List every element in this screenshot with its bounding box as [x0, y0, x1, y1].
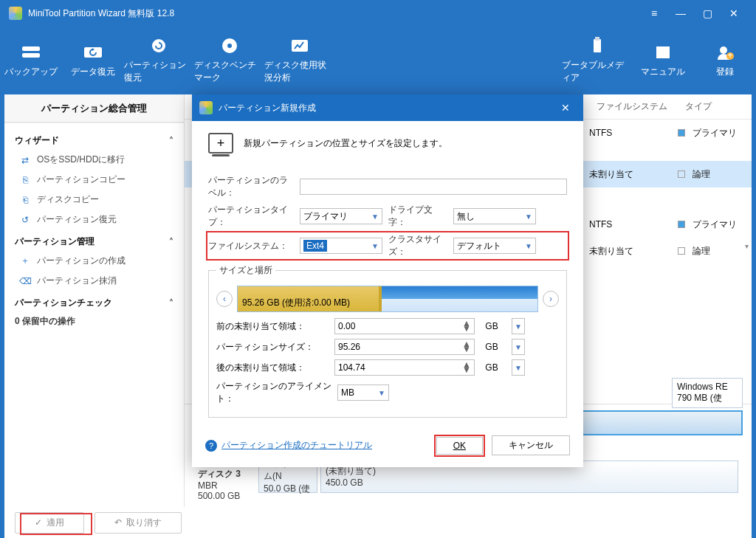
label-alignment: パーティションのアライメント： — [216, 380, 331, 405]
chevron-down-icon: ▼ — [378, 389, 385, 397]
label-filesystem: ファイルシステム： — [208, 240, 294, 252]
label-before: 前の未割り当て領域： — [216, 320, 334, 333]
size-input[interactable]: 95.26▲▼ — [334, 339, 475, 355]
unit-select[interactable]: ▼ — [512, 339, 525, 355]
dialog-title: パーティション新規作成 — [219, 102, 316, 114]
create-partition-dialog: パーティション新規作成 ✕ + 新規パーティションの位置とサイズを設定します。 … — [192, 94, 583, 467]
drive-letter-select[interactable]: 無し▼ — [453, 208, 536, 224]
dialog-titlebar: パーティション新規作成 ✕ — [192, 94, 583, 121]
label-drive-letter: ドライブ文字： — [388, 204, 447, 229]
group-size-location: サイズと場所 — [216, 264, 275, 277]
slider-next-button[interactable]: › — [543, 291, 559, 307]
unit-select[interactable]: ▼ — [512, 359, 525, 376]
partition-icon: + — [208, 133, 233, 154]
chevron-down-icon: ▼ — [525, 242, 532, 250]
help-icon: ? — [205, 440, 217, 452]
label-after: 後の未割り当て領域： — [216, 362, 334, 374]
after-input[interactable]: 104.74▲▼ — [334, 359, 475, 376]
chevron-down-icon: ▼ — [371, 242, 379, 250]
dialog-close-button[interactable]: ✕ — [555, 102, 576, 114]
partition-type-select[interactable]: プライマリ▼ — [300, 208, 382, 224]
cluster-size-select[interactable]: デフォルト▼ — [453, 238, 536, 254]
unit-select[interactable]: ▼ — [512, 318, 525, 334]
partition-label-input[interactable] — [300, 179, 567, 195]
dialog-logo-icon — [199, 101, 213, 114]
label-size: パーティションサイズ： — [216, 341, 334, 354]
alignment-select[interactable]: MB▼ — [337, 384, 389, 401]
size-slider[interactable]: 95.26 GB (使用済:0.00 MB) — [237, 286, 538, 312]
cancel-button[interactable]: キャンセル — [492, 435, 570, 455]
dialog-description: 新規パーティションの位置とサイズを設定します。 — [244, 137, 447, 150]
slider-prev-button[interactable]: ‹ — [216, 291, 233, 307]
label-partition-label: パーティションのラベル： — [208, 174, 294, 199]
chevron-down-icon: ▼ — [371, 213, 379, 221]
before-input[interactable]: 0.00▲▼ — [334, 318, 475, 334]
filesystem-select[interactable]: Ext4▼ — [300, 238, 382, 254]
label-cluster: クラスタサイズ： — [388, 233, 447, 258]
tutorial-link[interactable]: ?パーティション作成のチュートリアル — [205, 439, 372, 452]
chevron-down-icon: ▼ — [525, 213, 532, 221]
ok-button[interactable]: OK — [436, 437, 483, 455]
label-partition-type: パーティションタイプ： — [208, 204, 294, 229]
